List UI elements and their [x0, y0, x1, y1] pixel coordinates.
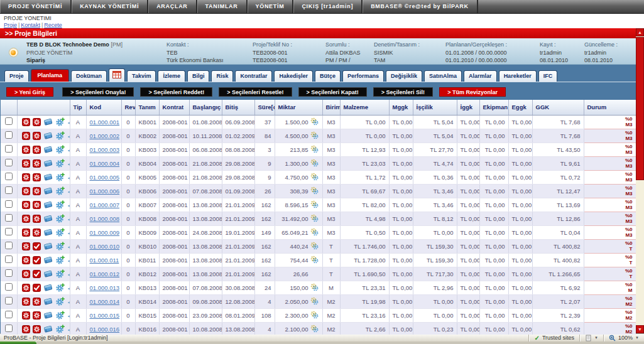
tab-i̇zleme[interactable]: İzleme [158, 70, 185, 82]
status-check-icon[interactable] [33, 256, 41, 264]
status-star-icon[interactable] [22, 242, 30, 250]
kod-link[interactable]: 01.000.002 [90, 132, 120, 139]
kod-link[interactable]: 01.000.004 [90, 160, 120, 167]
resource-gear-icon[interactable] [310, 325, 319, 334]
tab-risk[interactable]: Risk [211, 70, 233, 82]
resource-gear-icon[interactable] [310, 242, 319, 251]
import-arrow-icon[interactable] [67, 297, 70, 306]
row-checkbox[interactable] [5, 200, 13, 208]
status-star-icon[interactable] [22, 270, 30, 278]
gear-add-icon[interactable] [55, 131, 65, 140]
resource-gear-icon[interactable] [310, 131, 319, 141]
gear-add-icon[interactable] [55, 297, 65, 306]
import-arrow-icon[interactable] [67, 159, 70, 168]
resource-gear-icon[interactable] [310, 311, 319, 320]
kod-link[interactable]: 01.000.015 [90, 312, 120, 319]
status-star-icon[interactable] [33, 146, 41, 154]
gear-add-icon[interactable] [55, 214, 65, 223]
document-book-icon[interactable] [43, 173, 53, 181]
gear-add-icon[interactable] [55, 200, 65, 209]
status-star-icon[interactable] [33, 159, 41, 168]
document-book-icon[interactable] [43, 159, 53, 168]
import-arrow-icon[interactable] [67, 186, 70, 195]
tab-proje[interactable]: Proje [4, 70, 29, 82]
import-arrow-icon[interactable] [67, 173, 70, 181]
status-star-icon[interactable] [33, 298, 41, 306]
resource-gear-icon[interactable] [310, 117, 319, 127]
kod-link[interactable]: 01.000.012 [90, 271, 120, 277]
status-star-icon[interactable] [22, 298, 30, 306]
row-checkbox[interactable] [5, 186, 13, 194]
import-arrow-icon[interactable] [67, 228, 70, 237]
status-star-icon[interactable] [33, 173, 41, 181]
row-checkbox[interactable] [5, 131, 13, 139]
gear-add-icon[interactable] [55, 242, 65, 250]
action-button[interactable]: > Seçilenleri Reddet! [140, 87, 212, 97]
kod-link[interactable]: 01.000.014 [90, 298, 120, 305]
import-arrow-icon[interactable] [67, 269, 70, 278]
row-checkbox[interactable] [5, 242, 13, 249]
resource-gear-icon[interactable] [310, 186, 319, 196]
action-button[interactable]: > Seçilenleri Kapat! [298, 87, 367, 97]
document-book-icon[interactable] [43, 255, 53, 264]
document-book-icon[interactable] [43, 283, 53, 292]
tab-satınalma[interactable]: SatınAlma [424, 70, 462, 82]
menu-item[interactable]: KAYNAK YÖNETİMİ [72, 0, 148, 13]
row-checkbox[interactable] [5, 325, 13, 332]
status-star-icon[interactable] [22, 159, 30, 168]
gear-add-icon[interactable] [55, 173, 65, 181]
tab-doküman[interactable]: Doküman [71, 70, 107, 82]
status-star-icon[interactable] [33, 311, 41, 320]
status-star-icon[interactable] [33, 325, 41, 333]
row-checkbox[interactable] [5, 255, 13, 263]
zoom-control[interactable]: 100% ▼ [603, 334, 644, 341]
tab-bilgi[interactable]: Bilgi [187, 70, 210, 82]
resource-gear-icon[interactable] [310, 283, 319, 293]
action-button[interactable]: > Seçilenleri Onayla! [62, 87, 134, 97]
menu-item[interactable]: ARAÇLAR [148, 0, 197, 13]
row-checkbox[interactable] [5, 173, 13, 180]
menu-item[interactable]: BMBASE® ©re@ted by BilPARK [363, 0, 478, 13]
status-star-icon[interactable] [22, 132, 30, 140]
status-check-icon[interactable] [33, 284, 41, 292]
resource-gear-icon[interactable] [310, 159, 319, 168]
resource-gear-icon[interactable] [310, 228, 319, 237]
kod-link[interactable]: 01.000.010 [90, 243, 120, 250]
row-checkbox[interactable] [5, 117, 13, 125]
document-book-icon[interactable] [43, 297, 53, 306]
gear-add-icon[interactable] [55, 269, 65, 278]
gear-add-icon[interactable] [55, 228, 65, 237]
document-book-icon[interactable] [43, 325, 53, 333]
row-checkbox[interactable] [5, 214, 13, 222]
status-star-icon[interactable] [22, 284, 30, 292]
status-star-icon[interactable] [22, 325, 30, 333]
status-star-icon[interactable] [33, 118, 41, 126]
resource-gear-icon[interactable] [310, 173, 319, 182]
resource-gear-icon[interactable] [310, 200, 319, 210]
status-star-icon[interactable] [22, 187, 30, 195]
tab-takvim[interactable]: Takvim [127, 70, 156, 82]
breadcrumb-link[interactable]: Kontakt [21, 22, 40, 28]
breadcrumb-link[interactable]: Recete [44, 22, 62, 28]
menu-item[interactable]: TANIMLAR [197, 0, 248, 13]
row-checkbox[interactable] [5, 283, 13, 291]
kod-link[interactable]: 01.000.003 [90, 146, 120, 153]
document-book-icon[interactable] [43, 269, 53, 278]
kod-link[interactable]: 01.000.005 [90, 174, 120, 181]
status-star-icon[interactable] [22, 256, 30, 264]
gear-add-icon[interactable] [55, 186, 65, 195]
row-checkbox[interactable] [5, 311, 13, 318]
document-book-icon[interactable] [43, 228, 53, 237]
kod-link[interactable]: 01.000.011 [90, 257, 119, 264]
row-checkbox[interactable] [5, 297, 13, 304]
row-checkbox[interactable] [5, 269, 13, 277]
kod-link[interactable]: 01.000.013 [90, 284, 120, 291]
status-star-icon[interactable] [22, 118, 30, 126]
gear-add-icon[interactable] [55, 325, 65, 333]
status-check-icon[interactable] [33, 242, 41, 250]
document-book-icon[interactable] [43, 311, 53, 320]
document-book-icon[interactable] [43, 117, 53, 126]
status-check-icon[interactable] [33, 270, 41, 278]
kod-link[interactable]: 01.000.009 [90, 229, 120, 236]
kod-link[interactable]: 01.000.007 [90, 202, 120, 208]
